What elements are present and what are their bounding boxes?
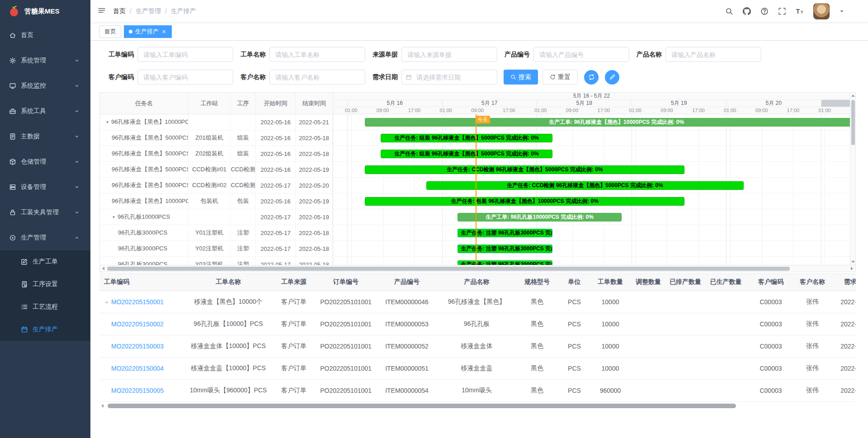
task-process: 注塑 bbox=[237, 229, 249, 237]
sidebar-item-system-mgmt[interactable]: 系统管理 bbox=[0, 48, 90, 73]
sidebar-item-production-mgmt[interactable]: 生产管理 bbox=[0, 225, 90, 250]
orders-cell: 96孔孔板 bbox=[464, 320, 490, 327]
gantt-bar[interactable]: 生产工单: 96孔孔板10000PCS 完成比例: 0% bbox=[458, 213, 621, 221]
main-area: 首页/生产管理/生产排产 TT 首页生产排产 工单编码工单名称来源单据产品编号产… bbox=[90, 0, 868, 438]
caret-down-icon[interactable] bbox=[839, 9, 844, 14]
reset-button[interactable]: 重置 bbox=[542, 70, 578, 85]
app-logo[interactable]: 苦糖果MES bbox=[0, 0, 90, 23]
orders-row[interactable]: MO202205150004移液盒盒盖【10000】PCS客户订单PO20220… bbox=[99, 357, 856, 379]
scroll-left-arrow[interactable] bbox=[101, 404, 104, 408]
grid-line bbox=[762, 114, 762, 265]
breadcrumb-item[interactable]: 首页 bbox=[113, 7, 126, 15]
orders-row[interactable]: MO202205150001移液盒【黑色】10000个客户订单PO2022051… bbox=[99, 291, 856, 313]
work-order-link[interactable]: MO202205150002 bbox=[111, 320, 164, 328]
gantt-task-row[interactable]: 96孔孔板10000PCS2022-05-172022-05-19 bbox=[100, 209, 333, 225]
product-code-input[interactable] bbox=[533, 47, 629, 62]
gantt-task-row[interactable]: 96孔移液盒【黑色】10000PCS2022-05-162022-05-21 bbox=[100, 114, 333, 130]
draw-gantt-button[interactable] bbox=[605, 70, 619, 85]
work-order-name-input[interactable] bbox=[269, 47, 365, 62]
gantt-bar[interactable]: 生产任务: CCD检测 96孔移液盒【黑色】5000PCS 完成比例: 0% bbox=[365, 165, 684, 174]
timeline-hour-label: 17:00 bbox=[787, 107, 800, 114]
sidebar-item-system-tools[interactable]: 系统工具 bbox=[0, 99, 90, 124]
gantt-task-row[interactable]: 96孔移液盒【黑色】5000PCSCCD检测#02CCD检测2022-05-17… bbox=[100, 178, 333, 193]
gantt-task-row[interactable]: 96孔移液盒【黑色】5000PCSZ01组装机组装2022-05-162022-… bbox=[100, 130, 333, 146]
sidebar-item-warehouse-mgmt[interactable]: 仓储管理 bbox=[0, 149, 90, 174]
refresh-icon bbox=[550, 74, 556, 80]
orders-horizontal-scrollbar[interactable] bbox=[99, 403, 856, 409]
orders-row[interactable]: MO20220515000296孔孔板【10000】PCS客户订单PO20220… bbox=[99, 313, 856, 335]
sidebar-subitem-scheduling[interactable]: 生产排产 bbox=[0, 318, 90, 341]
customer-code-input[interactable] bbox=[137, 70, 233, 85]
orders-column-header: 已排产数量 bbox=[665, 274, 705, 291]
timeline-hour-label: 01:00 bbox=[724, 107, 736, 114]
gantt-bar[interactable]: 生产任务: 注塑 96孔孔板3000PCS 完成比例: 0% bbox=[458, 229, 552, 237]
work-order-link[interactable]: MO202205150004 bbox=[111, 365, 164, 372]
scroll-left-arrow[interactable] bbox=[102, 267, 104, 270]
task-end-date: 2022-05-21 bbox=[299, 119, 329, 126]
orders-row[interactable]: MO20220515000510mm吸头【960000】PCS客户订单PO202… bbox=[99, 379, 856, 401]
orders-row[interactable]: MO202205150003移液盒盒体【10000】PCS客户订单PO20220… bbox=[99, 335, 856, 357]
day-grid-line bbox=[347, 114, 348, 265]
gantt-bar[interactable]: 生产任务: 注塑 96孔孔板3000PCS 完成比例: 0% bbox=[458, 245, 552, 253]
gantt-task-row[interactable]: 96孔移液盒【黑色】5000PCSCCD检测#01CCD检测2022-05-16… bbox=[100, 162, 333, 178]
refresh-gantt-button[interactable] bbox=[584, 70, 599, 85]
gantt-bar[interactable]: 生产任务: CCD检测 96孔移液盒【黑色】5000PCS 完成比例: 0% bbox=[426, 181, 744, 190]
orders-column-header: 客户编码 bbox=[746, 274, 795, 291]
task-name: 96孔孔板3000PCS bbox=[118, 260, 167, 265]
sidebar-subitem-process-setup[interactable]: 工序设置 bbox=[0, 273, 90, 296]
work-order-link[interactable]: MO202205150001 bbox=[111, 298, 164, 306]
gantt-bar[interactable]: 生产工单: 96孔移液盒【黑色】10000PCS 完成比例: 0% bbox=[365, 118, 850, 127]
sidebar-subitem-label: 工序设置 bbox=[33, 280, 90, 288]
sidebar-subitem-work-order[interactable]: 生产工单 bbox=[0, 250, 90, 273]
gantt-task-row[interactable]: 96孔移液盒【黑色】5000PCSZ02组装机组装2022-05-162022-… bbox=[100, 146, 333, 162]
sidebar-toggle[interactable] bbox=[90, 6, 113, 16]
filter-label: 需求日期 bbox=[369, 73, 398, 81]
help-icon[interactable] bbox=[760, 7, 769, 15]
fullscreen-icon[interactable] bbox=[778, 7, 786, 15]
gantt-task-row[interactable]: 96孔孔板3000PCSY03注塑机注塑2022-05-172022-05-18 bbox=[100, 257, 333, 265]
sidebar-item-home[interactable]: 首页 bbox=[0, 23, 90, 48]
orders-column-header: 工单名称 bbox=[185, 274, 271, 291]
scroll-up-arrow[interactable] bbox=[851, 94, 855, 97]
gantt-task-row[interactable]: 96孔孔板3000PCSY01注塑机注塑2022-05-172022-05-18 bbox=[100, 225, 333, 241]
product-name-input[interactable] bbox=[665, 47, 761, 62]
scrollbar-thumb[interactable] bbox=[108, 404, 736, 408]
sidebar-item-system-monitor[interactable]: 系统监控 bbox=[0, 73, 90, 99]
gantt-vertical-scrollbar[interactable] bbox=[850, 93, 855, 265]
task-start-date: 2022-05-17 bbox=[260, 261, 291, 265]
search-icon[interactable] bbox=[725, 7, 733, 15]
demand-date-input[interactable] bbox=[401, 70, 497, 85]
sidebar-item-master-data[interactable]: 主数据 bbox=[0, 124, 90, 149]
gantt-bar[interactable]: 生产任务: 组装 96孔移液盒【黑色】5000PCS 完成比例: 0% bbox=[381, 134, 552, 142]
scrollbar-thumb[interactable] bbox=[107, 267, 790, 271]
sidebar-subitem-process-flow[interactable]: 工艺流程 bbox=[0, 296, 90, 318]
work-order-link[interactable]: MO202205150005 bbox=[111, 387, 164, 394]
search-button[interactable]: 搜索 bbox=[504, 70, 538, 85]
sidebar-item-fixture-mgmt[interactable]: 工装夹具管理 bbox=[0, 200, 90, 225]
gantt-bar[interactable]: 生产任务: 组装 96孔移液盒【黑色】5000PCS 完成比例: 0% bbox=[381, 150, 552, 158]
gantt-horizontal-scrollbar[interactable] bbox=[100, 265, 855, 272]
sidebar-item-equipment-mgmt[interactable]: 设备管理 bbox=[0, 174, 90, 200]
github-icon[interactable] bbox=[743, 7, 751, 15]
scroll-right-arrow[interactable] bbox=[851, 267, 853, 270]
gantt-task-row[interactable]: 96孔孔板3000PCSY02注塑机注塑2022-05-172022-05-18 bbox=[100, 241, 333, 257]
font-size-icon[interactable]: TT bbox=[796, 7, 804, 15]
close-icon[interactable] bbox=[161, 29, 167, 34]
user-avatar[interactable] bbox=[813, 3, 830, 19]
gantt-bar[interactable]: 生产任务: 注塑 96孔孔板3000PCS 完成比例: 0% bbox=[458, 260, 552, 265]
task-start-date: 2022-05-16 bbox=[260, 135, 291, 141]
chevron-down-icon[interactable] bbox=[104, 300, 109, 305]
work-order-link[interactable]: MO202205150003 bbox=[111, 343, 164, 350]
tab-scheduling[interactable]: 生产排产 bbox=[124, 25, 172, 38]
scrollbar-thumb[interactable] bbox=[851, 100, 855, 145]
task-workstation: Y03注塑机 bbox=[195, 260, 223, 265]
scroll-down-arrow[interactable] bbox=[851, 261, 855, 263]
calendar-icon bbox=[406, 74, 412, 80]
work-order-code-input[interactable] bbox=[137, 47, 233, 62]
tab-home[interactable]: 首页 bbox=[99, 25, 121, 38]
day-grid-line bbox=[821, 114, 821, 265]
source-doc-input[interactable] bbox=[401, 47, 497, 62]
gantt-bar[interactable]: 生产任务: 包装 96孔移液盒【黑色】10000PCS 完成比例: 0% bbox=[365, 197, 684, 206]
gantt-task-row[interactable]: 96孔移液盒【黑色】10000PCS包装机包装2022-05-162022-05… bbox=[100, 193, 333, 209]
customer-name-input[interactable] bbox=[269, 70, 365, 85]
